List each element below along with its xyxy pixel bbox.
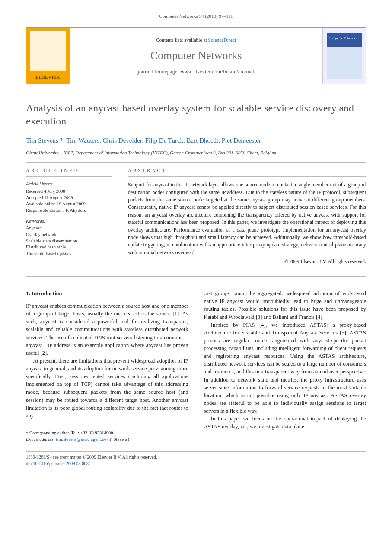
elsevier-logo: ELSEVIER [26, 28, 70, 84]
keyword: Distributed hash table [26, 244, 112, 251]
corr-tel: * Corresponding author. Tel.: +32 (0) 93… [26, 430, 188, 436]
divider [26, 162, 366, 163]
article-title: Analysis of an anycast based overlay sys… [26, 102, 366, 127]
contents-prefix: Contents lists available at [156, 38, 208, 43]
corr-email-suffix: (T. Stevens). [107, 437, 130, 442]
journal-cover-thumb [322, 28, 366, 84]
abstract-copyright: © 2009 Elsevier B.V. All rights reserved… [128, 258, 366, 265]
footer-copyright: 1389-1286/$ - see front matter © 2009 El… [26, 454, 366, 461]
journal-title: Computer Networks [150, 48, 242, 64]
keyword: Threshold-based updates [26, 251, 112, 257]
keyword: Overlay network [26, 232, 112, 238]
abstract-heading: abstract [128, 167, 366, 174]
doi-link[interactable]: 10.1016/j.comnet.2009.08.008 [33, 461, 89, 466]
article-info-heading: article info [26, 167, 112, 174]
keyword: Anycast [26, 225, 112, 232]
journal-header: ELSEVIER Contents lists available at Sci… [26, 27, 366, 84]
body-paragraph: cast groups cannot be aggregated: widesp… [204, 290, 367, 321]
keywords-label: Keywords: [26, 218, 112, 225]
cover-image-icon [327, 33, 362, 79]
doi-label: doi: [26, 461, 33, 466]
section-heading-intro: 1. Introduction [26, 290, 188, 298]
body-paragraph: IP anycast enables communication between… [26, 302, 188, 357]
running-citation: Computer Networks 54 (2010) 97–111 [26, 13, 366, 19]
article-history: Article history: Received 4 July 2008 Ac… [26, 181, 112, 213]
history-line: Received 4 July 2008 [26, 188, 112, 195]
publisher-name: ELSEVIER [36, 74, 60, 80]
abstract-text: Support for anycast in the IP network la… [128, 181, 366, 256]
page-footer: 1389-1286/$ - see front matter © 2009 El… [26, 451, 366, 467]
affiliation: Ghent University – IBBT, Department of I… [26, 150, 366, 156]
contents-available-line: Contents lists available at ScienceDirec… [156, 37, 236, 44]
keywords-block: Keywords: Anycast Overlay network Scalab… [26, 218, 112, 257]
body-paragraph: At present, there are limitations that p… [26, 357, 188, 420]
divider [26, 276, 366, 277]
author-list: Tim Stevens *, Tim Wauters, Chris Develd… [26, 136, 366, 145]
corresponding-author-note: * Corresponding author. Tel.: +32 (0) 93… [26, 427, 188, 443]
article-body: 1. Introduction IP anycast enables commu… [26, 290, 366, 443]
history-line: Available online 19 August 2009 [26, 201, 112, 207]
author-link[interactable]: Tim Stevens *, Tim Wauters, Chris Develd… [26, 137, 261, 144]
history-line: Accepted 11 August 2009 [26, 195, 112, 201]
body-paragraph: Inspired by PIAS [4], we introduced ASTA… [204, 321, 367, 415]
elsevier-tree-icon [30, 31, 66, 71]
body-paragraph: In this paper we focus on the operationa… [204, 415, 367, 430]
divider [26, 176, 112, 177]
sciencedirect-link[interactable]: ScienceDirect [208, 38, 236, 43]
history-label: Article history: [26, 181, 112, 188]
divider [128, 176, 366, 177]
keyword: Scalable state dissemination [26, 238, 112, 245]
history-line: Responsible Editor: I.F. Akyildiz [26, 207, 112, 214]
email-label: E-mail address: [26, 437, 55, 442]
corr-email-link[interactable]: tim.stevens@intec.ugent.be [56, 437, 106, 442]
journal-homepage: journal homepage: www.elsevier.com/locat… [137, 68, 254, 75]
